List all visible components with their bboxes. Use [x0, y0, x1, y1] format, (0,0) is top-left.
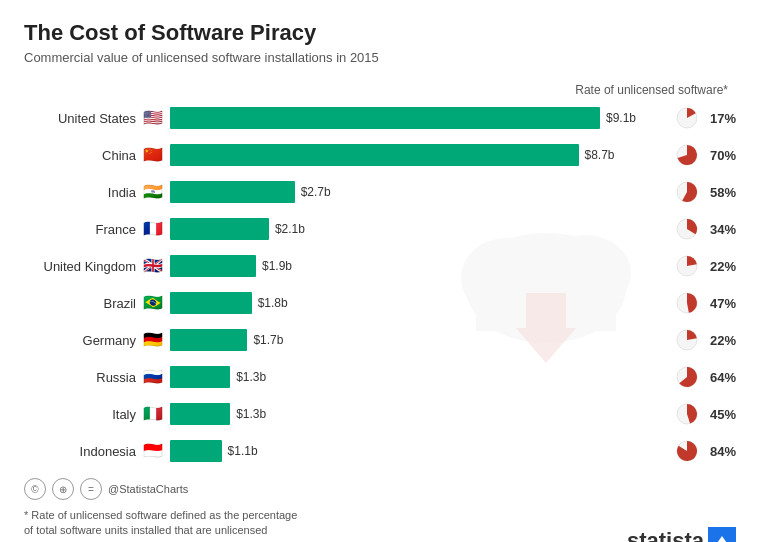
- bar: [170, 292, 252, 314]
- rate-percentage: 45%: [704, 407, 736, 422]
- rate-col: 34%: [656, 218, 736, 240]
- bar-value-label: $2.7b: [301, 185, 331, 199]
- country-label: United Kingdom: [24, 259, 142, 274]
- page-subtitle: Commercial value of unlicensed software …: [24, 50, 736, 65]
- cc-icon: ©: [24, 478, 46, 500]
- bar: [170, 366, 230, 388]
- country-flag: 🇧🇷: [142, 295, 164, 311]
- statista-logo: statista: [627, 527, 736, 542]
- table-row: Indonesia🇮🇩$1.1b84%: [24, 436, 736, 466]
- rate-header: Rate of unlicensed software*: [24, 83, 736, 97]
- bar-container: $8.7b: [170, 144, 656, 166]
- country-flag: 🇨🇳: [142, 147, 164, 163]
- country-label: United States: [24, 111, 142, 126]
- rate-percentage: 17%: [704, 111, 736, 126]
- rate-pie-icon: [676, 181, 698, 203]
- page-title: The Cost of Software Piracy: [24, 20, 736, 46]
- country-flag: 🇫🇷: [142, 221, 164, 237]
- bar: [170, 403, 230, 425]
- country-flag: 🇺🇸: [142, 110, 164, 126]
- rate-col: 22%: [656, 329, 736, 351]
- rate-pie-icon: [676, 144, 698, 166]
- country-label: India: [24, 185, 142, 200]
- rate-pie-icon: [676, 255, 698, 277]
- rate-percentage: 22%: [704, 259, 736, 274]
- rate-col: 58%: [656, 181, 736, 203]
- country-label: Italy: [24, 407, 142, 422]
- country-flag: 🇬🇧: [142, 258, 164, 274]
- bar-value-label: $1.3b: [236, 370, 266, 384]
- bar-container: $1.7b: [170, 329, 656, 351]
- country-label: Brazil: [24, 296, 142, 311]
- bar: [170, 107, 600, 129]
- footer: © ⊕ = @StatistaCharts * Rate of unlicens…: [24, 478, 736, 542]
- statista-logo-box: [708, 527, 736, 542]
- bar: [170, 255, 256, 277]
- rate-col: 70%: [656, 144, 736, 166]
- bar-container: $9.1b: [170, 107, 656, 129]
- rate-col: 22%: [656, 255, 736, 277]
- rate-col: 17%: [656, 107, 736, 129]
- table-row: Russia🇷🇺$1.3b64%: [24, 362, 736, 392]
- country-label: France: [24, 222, 142, 237]
- table-row: France🇫🇷$2.1b34%: [24, 214, 736, 244]
- rate-percentage: 84%: [704, 444, 736, 459]
- rate-col: 47%: [656, 292, 736, 314]
- bar: [170, 218, 269, 240]
- country-label: China: [24, 148, 142, 163]
- rate-percentage: 47%: [704, 296, 736, 311]
- bar-container: $1.8b: [170, 292, 656, 314]
- rate-percentage: 70%: [704, 148, 736, 163]
- chart-rows: United States🇺🇸$9.1b17%China🇨🇳$8.7b70%In…: [24, 103, 736, 466]
- table-row: India🇮🇳$2.7b58%: [24, 177, 736, 207]
- country-flag: 🇷🇺: [142, 369, 164, 385]
- country-label: Russia: [24, 370, 142, 385]
- country-flag: 🇮🇩: [142, 443, 164, 459]
- bar-container: $1.1b: [170, 440, 656, 462]
- bar: [170, 181, 295, 203]
- bar-value-label: $1.8b: [258, 296, 288, 310]
- country-label: Indonesia: [24, 444, 142, 459]
- rate-pie-icon: [676, 218, 698, 240]
- footer-left: © ⊕ = @StatistaCharts * Rate of unlicens…: [24, 478, 297, 542]
- bar-value-label: $1.7b: [253, 333, 283, 347]
- country-flag: 🇮🇹: [142, 406, 164, 422]
- bar-value-label: $9.1b: [606, 111, 636, 125]
- rate-pie-icon: [676, 403, 698, 425]
- rate-col: 45%: [656, 403, 736, 425]
- bar-container: $2.7b: [170, 181, 656, 203]
- rate-percentage: 64%: [704, 370, 736, 385]
- table-row: United Kingdom🇬🇧$1.9b22%: [24, 251, 736, 281]
- bar-value-label: $1.1b: [228, 444, 258, 458]
- country-flag: 🇮🇳: [142, 184, 164, 200]
- table-row: Germany🇩🇪$1.7b22%: [24, 325, 736, 355]
- chart-area: United States🇺🇸$9.1b17%China🇨🇳$8.7b70%In…: [24, 103, 736, 466]
- bar: [170, 440, 222, 462]
- table-row: United States🇺🇸$9.1b17%: [24, 103, 736, 133]
- bar-value-label: $8.7b: [585, 148, 615, 162]
- cc-nd-icon: =: [80, 478, 102, 500]
- bar-container: $2.1b: [170, 218, 656, 240]
- rate-percentage: 22%: [704, 333, 736, 348]
- table-row: Brazil🇧🇷$1.8b47%: [24, 288, 736, 318]
- rate-percentage: 34%: [704, 222, 736, 237]
- table-row: China🇨🇳$8.7b70%: [24, 140, 736, 170]
- bar-value-label: $2.1b: [275, 222, 305, 236]
- footer-note: * Rate of unlicensed software defined as…: [24, 508, 297, 539]
- rate-pie-icon: [676, 329, 698, 351]
- footer-icons: © ⊕ = @StatistaCharts: [24, 478, 297, 500]
- bar-value-label: $1.9b: [262, 259, 292, 273]
- cc-by-icon: ⊕: [52, 478, 74, 500]
- bar-container: $1.3b: [170, 403, 656, 425]
- statista-charts-label: @StatistaCharts: [108, 483, 188, 495]
- rate-col: 84%: [656, 440, 736, 462]
- bar-container: $1.9b: [170, 255, 656, 277]
- bar: [170, 329, 247, 351]
- country-flag: 🇩🇪: [142, 332, 164, 348]
- bar-container: $1.3b: [170, 366, 656, 388]
- rate-pie-icon: [676, 107, 698, 129]
- table-row: Italy🇮🇹$1.3b45%: [24, 399, 736, 429]
- bar-value-label: $1.3b: [236, 407, 266, 421]
- rate-percentage: 58%: [704, 185, 736, 200]
- country-label: Germany: [24, 333, 142, 348]
